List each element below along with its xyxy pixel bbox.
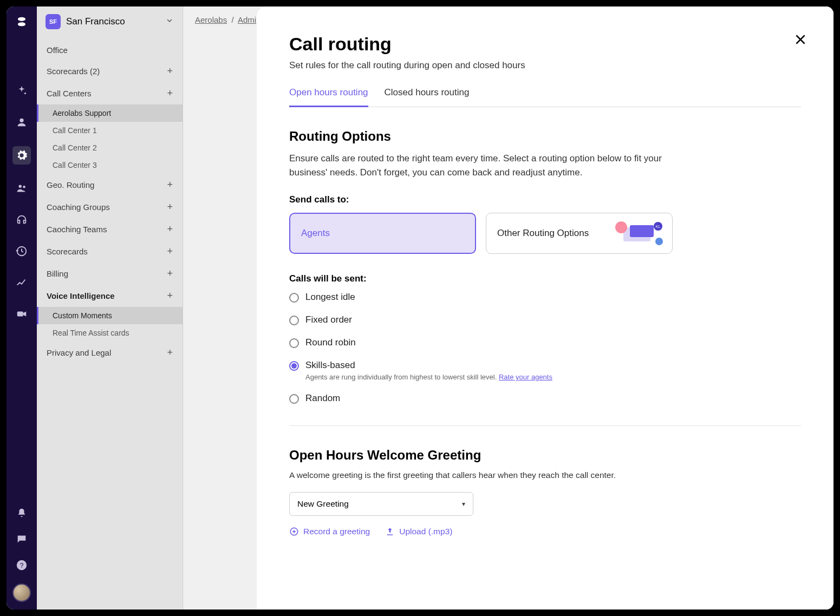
call-routing-panel: Call routing Set rules for the call rout…: [257, 6, 834, 610]
gear-icon[interactable]: [12, 146, 31, 165]
send-calls-label: Send calls to:: [289, 194, 801, 205]
routing-tabs: Open hours routing Closed hours routing: [289, 87, 801, 107]
link-label: Upload (.mp3): [399, 527, 452, 536]
routing-illustration-icon: KL: [614, 220, 665, 247]
analytics-icon[interactable]: [14, 275, 29, 290]
sidebar-item-billing[interactable]: Billing +: [37, 263, 183, 285]
record-greeting-link[interactable]: Record a greeting: [289, 527, 370, 536]
help-icon[interactable]: ?: [14, 558, 29, 573]
sparkle-icon[interactable]: [14, 83, 29, 99]
sidebar-item-label: Privacy and Legal: [47, 348, 111, 357]
chevron-down-icon: [165, 16, 174, 27]
radio-help-text: Agents are rung individually from highes…: [305, 373, 552, 381]
sidebar-item-scorecards2[interactable]: Scorecards (2) +: [37, 60, 183, 82]
history-icon[interactable]: [14, 244, 29, 259]
workspace-badge: SF: [45, 14, 61, 29]
radio-icon: [289, 338, 299, 348]
route-card-label: Other Routing Options: [497, 228, 589, 239]
tab-open-hours[interactable]: Open hours routing: [289, 87, 368, 107]
radio-random[interactable]: Random: [289, 393, 801, 404]
sidebar-subitem-rta-cards[interactable]: Real Time Assist cards: [37, 324, 183, 342]
plus-icon[interactable]: +: [167, 179, 173, 191]
radio-label: Fixed order: [305, 314, 352, 325]
sidebar-item-label: Call Centers: [47, 89, 92, 98]
plus-icon[interactable]: +: [167, 88, 173, 99]
radio-round-robin[interactable]: Round robin: [289, 337, 801, 348]
radio-skills-based[interactable]: Skills-based Agents are rung individuall…: [289, 360, 801, 381]
radio-label: Skills-based: [305, 360, 552, 371]
upload-mp3-link[interactable]: Upload (.mp3): [385, 527, 452, 536]
tab-closed-hours[interactable]: Closed hours routing: [385, 87, 470, 107]
radio-icon: [289, 361, 299, 371]
team-icon[interactable]: [14, 181, 29, 196]
sidebar-item-voice-intelligence[interactable]: Voice Intelligence +: [37, 285, 183, 307]
app-logo[interactable]: [14, 14, 29, 29]
svg-text:KL: KL: [656, 225, 661, 228]
sidebar-item-privacy[interactable]: Privacy and Legal +: [37, 342, 183, 364]
user-avatar[interactable]: [12, 584, 31, 602]
radio-label: Longest idle: [305, 292, 355, 303]
route-card-label: Agents: [301, 228, 330, 239]
plus-icon[interactable]: +: [167, 290, 173, 302]
sidebar-item-scorecards[interactable]: Scorecards +: [37, 240, 183, 263]
sidebar-item-geo-routing[interactable]: Geo. Routing +: [37, 174, 183, 196]
sidebar-item-coaching-teams[interactable]: Caoching Teams +: [37, 218, 183, 240]
svg-point-11: [655, 238, 663, 245]
route-card-other[interactable]: Other Routing Options KL: [486, 213, 673, 254]
workspace-name: San Francisco: [66, 16, 160, 27]
plus-icon[interactable]: +: [167, 246, 173, 257]
link-label: Record a greeting: [303, 527, 370, 536]
breadcrumb-root[interactable]: Aerolabs: [195, 15, 227, 24]
routing-options-desc: Ensure calls are routed to the right tea…: [289, 152, 668, 179]
sidebar-item-label: Voice Intelligence: [47, 291, 115, 300]
select-value: New Greeting: [297, 499, 349, 509]
breadcrumb-sep: /: [231, 15, 233, 24]
close-button[interactable]: [792, 31, 809, 48]
video-icon[interactable]: [14, 306, 29, 322]
radio-longest-idle[interactable]: Longest idle: [289, 292, 801, 303]
routing-options-heading: Routing Options: [289, 129, 801, 144]
rate-agents-link[interactable]: Rate your agents: [499, 373, 552, 381]
sidebar-item-label: Caoching Teams: [47, 225, 107, 234]
radio-fixed-order[interactable]: Fixed order: [289, 314, 801, 325]
breadcrumb-child[interactable]: Admi: [238, 15, 256, 24]
plus-icon[interactable]: +: [167, 268, 173, 279]
plus-icon[interactable]: +: [167, 347, 173, 358]
headset-icon[interactable]: [14, 212, 29, 227]
sidebar-subitem-call-center-1[interactable]: Call Center 1: [37, 122, 183, 139]
sidebar-item-coaching-groups[interactable]: Coaching Groups +: [37, 196, 183, 218]
plus-icon[interactable]: +: [167, 201, 173, 213]
chat-icon[interactable]: [14, 532, 29, 547]
person-icon[interactable]: [14, 115, 29, 130]
sidebar-item-label: Scorecards: [47, 247, 88, 256]
radio-icon: [289, 293, 299, 303]
calls-sent-label: Calls will be sent:: [289, 273, 801, 284]
sidebar-item-label: Scorecards (2): [47, 67, 100, 76]
sidebar-item-label: Billing: [47, 269, 68, 278]
svg-rect-3: [17, 311, 23, 316]
radio-icon: [289, 316, 299, 325]
sidebar-item-office[interactable]: Office: [37, 40, 183, 60]
route-card-agents[interactable]: Agents: [289, 213, 476, 254]
panel-title: Call routing: [289, 34, 801, 55]
plus-icon[interactable]: +: [167, 65, 173, 77]
sidebar-item-label: Coaching Groups: [47, 202, 110, 212]
radio-icon: [289, 394, 299, 404]
select-caret-icon: ▾: [462, 500, 465, 508]
greeting-select[interactable]: New Greeting ▾: [289, 492, 473, 516]
workspace-switcher[interactable]: SF San Francisco: [37, 6, 183, 37]
greeting-heading: Open Hours Welcome Greeting: [289, 448, 801, 463]
svg-point-0: [19, 119, 23, 122]
panel-subtitle: Set rules for the call routing during op…: [289, 60, 801, 71]
bell-icon[interactable]: [14, 506, 29, 521]
sidebar-subitem-custom-moments[interactable]: Custom Moments: [37, 307, 183, 324]
sidebar-item-call-centers[interactable]: Call Centers +: [37, 82, 183, 104]
sidebar-subitem-call-center-3[interactable]: Call Center 3: [37, 156, 183, 174]
radio-label: Round robin: [305, 337, 356, 348]
greeting-desc: A welcome greeting is the first greeting…: [289, 470, 801, 480]
sidebar-item-label: Office: [47, 45, 68, 55]
plus-icon[interactable]: +: [167, 224, 173, 235]
sidebar-subitem-call-center-2[interactable]: Call Center 2: [37, 139, 183, 156]
sidebar-subitem-aerolabs-support[interactable]: Aerolabs Support: [37, 104, 183, 122]
svg-rect-7: [630, 225, 654, 237]
